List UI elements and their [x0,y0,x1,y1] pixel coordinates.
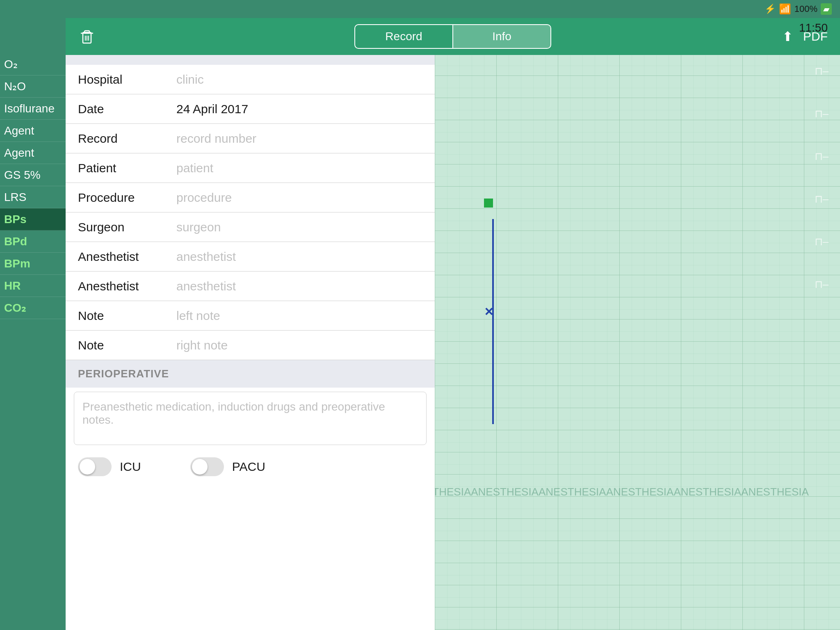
blue-line [492,219,494,424]
battery-percentage: 100% [794,4,817,14]
form-row-anesthetist2[interactable]: Anesthetist anesthetist [66,272,435,301]
header-left [78,27,96,46]
value-patient[interactable]: patient [176,161,422,175]
tab-info[interactable]: Info [453,25,550,48]
form-row-note2[interactable]: Note right note [66,331,435,360]
value-record[interactable]: record number [176,132,422,146]
chart-icon-5: ⊓– [811,231,832,252]
tab-record[interactable]: Record [355,25,452,48]
x-marker: ✕ [484,305,493,319]
form-row-hospital[interactable]: Hospital clinic [66,65,435,94]
top-header: Record Info ⬆ PDF [66,18,840,55]
chart-icon-2: ⊓– [811,103,832,124]
label-record: Record [78,132,176,146]
value-note2[interactable]: right note [176,338,422,352]
pacu-toggle[interactable] [190,457,224,476]
form-row-surgeon[interactable]: Surgeon surgeon [66,212,435,242]
toggle-group-icu[interactable]: ICU [78,457,141,476]
value-anesthetist1[interactable]: anesthetist [176,250,422,264]
sidebar-item-co2: CO₂ [0,297,66,319]
chart-icon-6: ⊓– [811,274,832,294]
status-icons: ⚡ 📶 100% ▰ [765,3,832,15]
sidebar-item-bpd: BPd [0,231,66,253]
form-row-date[interactable]: Date 24 April 2017 [66,94,435,124]
battery-icon: ▰ [821,3,832,15]
chart-icons: ⊓– ⊓– ⊓– ⊓– ⊓– ⊓– [811,55,832,294]
share-button[interactable]: ⬆ [782,29,793,44]
icu-label: ICU [120,460,141,474]
sidebar-item-n2o: N₂O [0,75,66,98]
label-procedure: Procedure [78,191,176,205]
toggle-group-pacu[interactable]: PACU [190,457,265,476]
form-row-procedure[interactable]: Procedure procedure [66,183,435,212]
icu-toggle-knob [80,459,95,475]
time-display: 11:50 [799,21,828,34]
sidebar-item-bps: BPs [0,208,66,231]
sidebar-item-agent2: Agent [0,142,66,164]
value-anesthetist2[interactable]: anesthetist [176,279,422,293]
chart-icon-4: ⊓– [811,189,832,209]
sidebar-item-isoflurane: Isoflurane [0,98,66,120]
sidebar-item-bpm: BPm [0,253,66,275]
chart-icon-1: ⊓– [811,61,832,81]
label-anesthetist1: Anesthetist [78,250,176,264]
right-chart-area: ✕ ⊓– ⊓– ⊓– ⊓– ⊓– ⊓– [435,55,840,630]
sidebar-item-hr: HR [0,275,66,297]
label-note2: Note [78,338,176,352]
sidebar-item-gs5: GS 5% [0,164,66,186]
value-hospital[interactable]: clinic [176,73,422,87]
value-note1[interactable]: left note [176,309,422,323]
value-surgeon[interactable]: surgeon [176,220,422,234]
pacu-toggle-knob [192,459,208,475]
label-anesthetist2: Anesthetist [78,279,176,293]
form-row-record[interactable]: Record record number [66,124,435,153]
label-surgeon: Surgeon [78,220,176,234]
form-header-spacer [66,55,435,65]
form-row-note1[interactable]: Note left note [66,301,435,331]
label-note1: Note [78,309,176,323]
perioperative-textarea[interactable]: Preanesthetic medication, induction drug… [74,392,427,445]
label-date: Date [78,102,176,116]
bluetooth-icon: ⚡ [765,4,776,14]
sidebar-item-o2: O₂ [0,53,66,75]
sidebar-item-agent1: Agent [0,120,66,142]
sidebar-item-lrs: LRS [0,186,66,208]
form-panel: Hospital clinic Date 24 April 2017 Recor… [66,55,435,630]
value-procedure[interactable]: procedure [176,191,422,205]
form-row-anesthetist1[interactable]: Anesthetist anesthetist [66,242,435,272]
label-hospital: Hospital [78,73,176,87]
form-row-patient[interactable]: Patient patient [66,153,435,183]
value-date[interactable]: 24 April 2017 [176,102,422,116]
wifi-icon: 📶 [779,3,791,15]
left-sidebar: O₂ N₂O Isoflurane Agent Agent GS 5% LRS … [0,0,66,630]
green-marker [484,199,493,208]
toggle-row: ICU PACU [66,449,435,484]
status-bar: ⚡ 📶 100% ▰ [0,0,840,18]
delete-button[interactable] [78,27,96,46]
segmented-control[interactable]: Record Info [354,24,551,49]
section-perioperative: PERIOPERATIVE [66,360,435,388]
label-patient: Patient [78,161,176,175]
pacu-label: PACU [232,460,265,474]
chart-icon-3: ⊓– [811,146,832,167]
icu-toggle[interactable] [78,457,112,476]
form-body[interactable]: Hospital clinic Date 24 April 2017 Recor… [66,65,435,630]
